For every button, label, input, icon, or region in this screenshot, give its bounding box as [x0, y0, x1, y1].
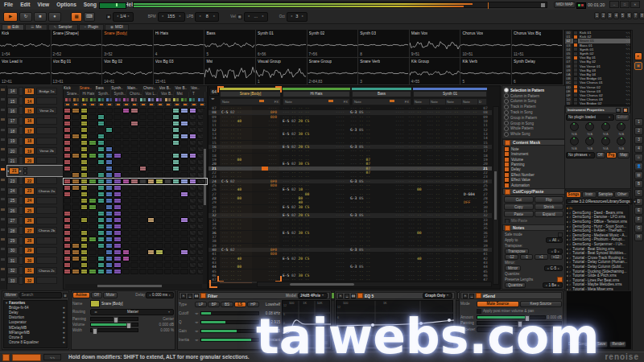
matrix-cell[interactable] [130, 249, 138, 255]
play-button[interactable]: ▶ [3, 12, 18, 22]
synth-note-cell[interactable]: --- ·· [407, 274, 425, 278]
matrix-cell[interactable] [72, 230, 79, 236]
matrix-cell[interactable] [64, 121, 71, 126]
matrix-track-name[interactable]: Vox L.. [142, 92, 159, 97]
hihats-note-cell[interactable]: --- ·· ·· ·· [279, 269, 321, 274]
matrix-cell[interactable] [72, 224, 79, 229]
scope-mode-icon[interactable]: ∿∿ [43, 354, 61, 360]
matrix-cell[interactable] [105, 146, 113, 152]
hihats-note-cell[interactable]: --- ·· ·· ·· [279, 218, 321, 222]
synth-note-cell[interactable]: --- ·· [444, 149, 462, 153]
pattern-vscrollbar[interactable] [493, 106, 499, 285]
eq-bypass-icon[interactable]: ▮▮ [351, 294, 356, 298]
synth-note-cell[interactable]: --- ·· [425, 244, 444, 248]
snare-fx-cell[interactable]: ···· [252, 222, 279, 226]
sequencer-slot[interactable]: 2423Chorus 2a [7, 186, 63, 195]
matrix-cell[interactable] [180, 198, 188, 204]
matrix-cell[interactable] [139, 146, 147, 152]
bass-note-cell[interactable]: G-3 05 ·· [347, 248, 382, 252]
snare-note-cell[interactable]: --- ·· ·· [220, 213, 252, 217]
synth-note-cell[interactable]: --- ·· [407, 132, 425, 136]
matrix-cell[interactable] [164, 249, 171, 255]
matrix-cell[interactable] [180, 140, 188, 146]
snare-fx-cell[interactable]: ···· [252, 226, 279, 230]
file-item-3[interactable]: ▸ ♪DemoSong - Hunz - Soon Soon... [567, 224, 629, 228]
matrix-cell[interactable] [155, 121, 163, 126]
matrix-track-name[interactable]: Synth.. [111, 86, 127, 92]
synth-note-cell[interactable]: --- ·· [462, 187, 481, 191]
filter-bypass-icon[interactable]: ▮▮ [194, 294, 199, 298]
filter-enabled-checkbox[interactable] [200, 293, 206, 298]
hihats-note-cell[interactable]: E-5 02 20 C5 [279, 145, 321, 149]
matrix-cell[interactable] [64, 146, 71, 152]
cut-button[interactable]: Cut [504, 196, 534, 203]
matrix-cell[interactable] [130, 262, 138, 268]
matrix-cell[interactable] [189, 185, 196, 191]
synth-note-cell[interactable]: --- ·· [407, 269, 425, 274]
favorite-item-7[interactable]: Ozone 8 Equalizer★ [4, 340, 67, 345]
synth-note-cell[interactable]: --- ·· [444, 248, 462, 252]
sequencer-slot[interactable]: 2928 [7, 236, 63, 245]
synth-note-cell[interactable]: --- ·· [407, 123, 425, 127]
matrix-cell[interactable] [114, 114, 121, 120]
file-item-4[interactable]: ▸ ♪DemoSong - It-Alien - ThePath... [567, 228, 629, 233]
synth-note-cell[interactable]: --- ·· [462, 145, 481, 149]
matrix-cell[interactable] [122, 204, 130, 210]
sequencer-section-label[interactable] [36, 207, 57, 214]
sequencer-pattern-number[interactable]: 24 [24, 197, 35, 204]
matrix-cell[interactable] [114, 146, 121, 152]
matrix-cell[interactable] [80, 166, 88, 171]
snare-note-cell[interactable]: --- ·· ·· [220, 149, 252, 153]
matrix-track-name[interactable]: Synth.. [111, 92, 127, 97]
mirror-spinner[interactable]: ◂C-5▸ [544, 265, 563, 271]
scope-snare-body-[interactable]: Snare [Body]3>52 [102, 30, 154, 58]
matrix-cell[interactable] [80, 127, 88, 133]
matrix-cell[interactable] [180, 243, 188, 249]
snare-fx-cell[interactable]: ···· [252, 269, 279, 274]
snare-fx-cell[interactable]: ···· [252, 235, 279, 239]
matrix-cell[interactable] [180, 249, 188, 255]
track-panning-slider[interactable] [90, 317, 138, 321]
matrix-cell[interactable] [89, 134, 96, 139]
strip-button-4[interactable]: ⌂ [634, 154, 643, 162]
close-button[interactable]: ✕ [630, 1, 640, 8]
strip-button-8[interactable]: C [634, 189, 643, 197]
matrix-cell[interactable] [114, 249, 121, 255]
matrix-cell[interactable] [105, 121, 113, 126]
matrix-cell[interactable] [105, 140, 113, 146]
matrix-cell[interactable] [114, 237, 121, 242]
hihats-note-cell[interactable]: --- ·· 40 ·· [279, 200, 321, 204]
bass-fx-cell[interactable]: ···· [382, 154, 407, 158]
filter-type-ls[interactable]: LS [234, 302, 246, 307]
sequencer-pattern-number[interactable]: 32 [24, 277, 35, 284]
matrix-cell[interactable] [172, 166, 180, 171]
snare-note-cell[interactable]: --- ·· ·· [220, 145, 252, 149]
snare-note-cell[interactable]: --- ·· ·· [220, 209, 252, 213]
bass-note-cell[interactable]: --- ·· ·· [347, 119, 382, 123]
stop-button[interactable]: ■ [34, 12, 47, 22]
snare-fx-cell[interactable]: ···· [252, 274, 279, 278]
synth-note-cell[interactable]: --- ·· [407, 141, 425, 145]
matrix-cell[interactable] [139, 108, 147, 113]
synth-note-cell[interactable]: --- ·· [407, 115, 425, 119]
matrix-cell[interactable] [180, 191, 188, 197]
vel-keyboard-icon[interactable]: ▦ [237, 14, 242, 19]
filter-minimize-icon[interactable]: ▁ [188, 294, 192, 298]
matrix-cell[interactable] [105, 249, 113, 255]
matrix-cell[interactable] [97, 198, 105, 204]
strip-button-12[interactable]: G [634, 224, 643, 232]
bass-fx-cell[interactable]: ···· [382, 265, 407, 269]
synth-note-cell[interactable]: --- ·· [425, 200, 444, 204]
matrix-cell[interactable] [122, 127, 130, 133]
transpose-step-button[interactable]: -1 [520, 254, 534, 260]
matrix-cell[interactable] [97, 191, 105, 197]
sequencer-section-label[interactable]: Chorus 2a [36, 187, 57, 195]
matrix-track-name[interactable]: T [189, 92, 205, 97]
file-item-10[interactable]: ▸ ♪Tutorial - Cross-Track Routing x... [567, 256, 629, 261]
matrix-cell[interactable] [89, 256, 96, 261]
bass-fx-cell[interactable]: ···· [382, 132, 407, 136]
matrix-cell[interactable] [72, 179, 79, 184]
snare-note-cell[interactable]: --- ·· ·· [220, 141, 252, 145]
synth-note-cell[interactable]: --- ·· [462, 106, 481, 110]
matrix-cell[interactable] [147, 146, 155, 152]
